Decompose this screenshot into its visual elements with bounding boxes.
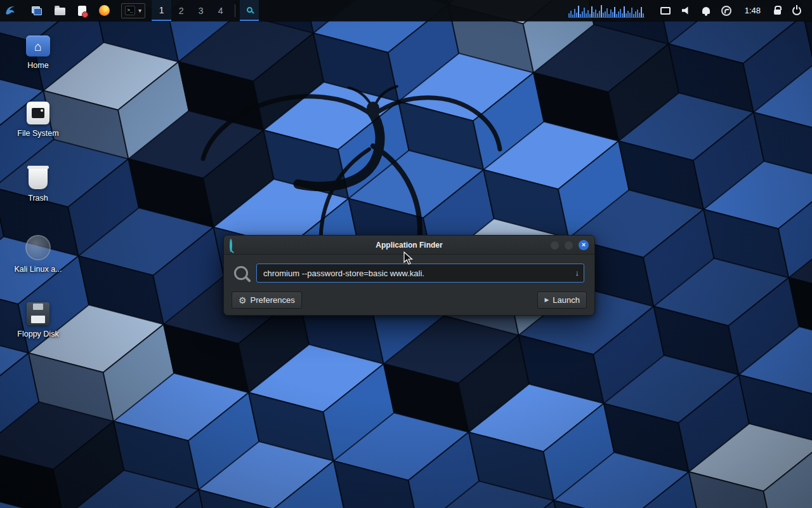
window-title: Application Finder	[376, 241, 442, 250]
panel-separator	[235, 4, 235, 17]
app-finder-taskbar-button[interactable]	[240, 0, 259, 21]
clock[interactable]: 1:48	[745, 6, 761, 15]
kali-menu-icon[interactable]	[4, 4, 18, 18]
preferences-button[interactable]: ⚙ Preferences	[232, 291, 302, 309]
application-finder-window: Application Finder × ↓ ⚙ Preferences ▶ L…	[223, 235, 595, 316]
cpu-graph[interactable]	[568, 4, 645, 18]
status-orb-icon[interactable]	[721, 6, 731, 16]
notifications-bell-icon[interactable]	[702, 7, 710, 14]
minimize-button[interactable]	[551, 241, 559, 250]
desktop-icon-trash[interactable]: Trash	[0, 168, 76, 203]
close-button[interactable]: ×	[579, 240, 589, 250]
launch-icon: ▶	[544, 297, 549, 303]
workspace-4[interactable]: 4	[211, 0, 230, 21]
command-input[interactable]	[256, 264, 584, 283]
maximize-button[interactable]	[565, 241, 573, 250]
lock-screen-icon[interactable]	[774, 6, 781, 15]
search-icon	[247, 7, 252, 13]
command-input-wrap: ↓	[256, 264, 584, 283]
volume-icon[interactable]	[682, 6, 691, 15]
launch-label: Launch	[553, 295, 580, 305]
preferences-label: Preferences	[251, 295, 295, 305]
input-history-arrow-icon[interactable]: ↓	[575, 267, 580, 279]
desktop-icon-kali[interactable]: Kali Linux a...	[0, 235, 76, 274]
display-icon[interactable]	[660, 7, 671, 15]
gear-icon: ⚙	[239, 296, 247, 305]
search-icon-large	[234, 266, 248, 280]
windows-launcher-icon[interactable]	[25, 0, 48, 21]
desktop-icon-label: File System	[17, 129, 58, 138]
trash-can-icon	[29, 168, 48, 189]
power-logout-icon[interactable]	[792, 6, 801, 15]
filesystem-drive-icon	[27, 102, 49, 124]
floppy-disk-icon	[27, 302, 49, 325]
desktop-icon-filesystem[interactable]: File System	[0, 102, 76, 138]
desktop-icon-label: Floppy Disk	[17, 330, 58, 338]
launch-button[interactable]: ▶ Launch	[537, 291, 587, 309]
titlebar[interactable]: Application Finder ×	[224, 236, 594, 255]
workspace-2[interactable]: 2	[171, 0, 191, 21]
firefox-icon[interactable]	[93, 0, 116, 21]
app-finder-icon	[230, 240, 239, 250]
desktop-icon-label: Home	[27, 61, 48, 70]
desktop-icon-floppy[interactable]: Floppy Disk	[0, 302, 76, 338]
kali-disc-icon	[25, 235, 51, 260]
file-manager-icon[interactable]	[48, 0, 72, 21]
terminal-icon[interactable]: >_	[125, 6, 135, 15]
terminal-dropdown[interactable]: >_ ▾	[121, 3, 145, 18]
desktop-icon-home[interactable]: ⌂ Home	[0, 36, 76, 70]
desktop-icon-label: Kali Linux a...	[14, 265, 62, 274]
top-panel: >_ ▾ 1 2 3 4 1:48	[0, 0, 812, 21]
workspace-1[interactable]: 1	[152, 0, 171, 21]
home-folder-icon: ⌂	[26, 36, 50, 57]
text-editor-icon[interactable]	[72, 0, 93, 21]
finder-body: ↓ ⚙ Preferences ▶ Launch	[224, 255, 594, 315]
workspace-pager: 1 2 3 4	[152, 0, 230, 21]
workspace-3[interactable]: 3	[191, 0, 211, 21]
desktop-icon-label: Trash	[28, 194, 48, 203]
chevron-down-icon[interactable]: ▾	[138, 8, 141, 14]
